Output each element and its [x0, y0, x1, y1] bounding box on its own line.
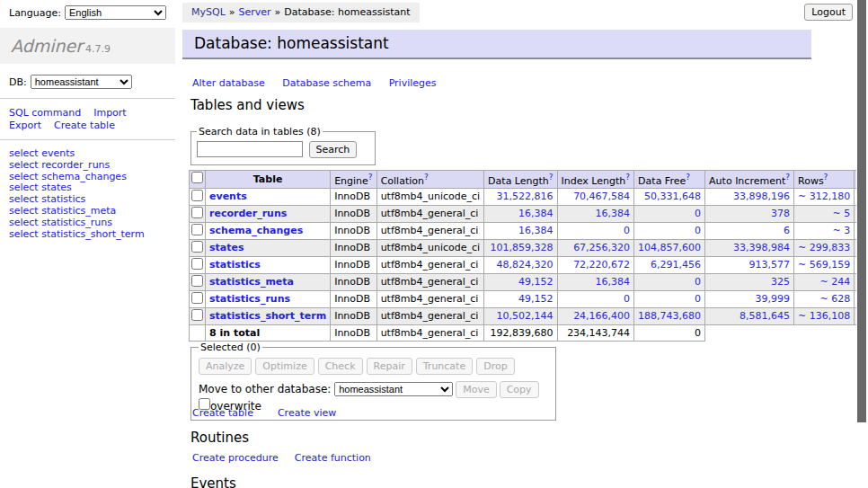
repair-button[interactable]: Repair: [367, 358, 412, 375]
sidebar-export-link[interactable]: Export: [9, 120, 41, 131]
cell-data-length: 16,384: [484, 222, 557, 239]
cell-auto-increment: 378: [705, 205, 794, 222]
row-checkbox[interactable]: [191, 309, 203, 321]
col-header-index-length: Index Length?: [557, 171, 634, 189]
cell-data-free: 50,331,648: [634, 188, 705, 205]
scrollbar-thumb[interactable]: [857, 0, 866, 422]
create-procedure-link[interactable]: Create procedure: [192, 452, 279, 464]
help-icon[interactable]: ?: [368, 173, 373, 182]
row-checkbox[interactable]: [191, 207, 203, 218]
page-title: Database: homeassistant: [182, 30, 811, 59]
row-checkbox[interactable]: [191, 292, 203, 304]
table-link-schema-changes[interactable]: schema_changes: [209, 225, 303, 236]
cell-data-free: 104,857,600: [634, 239, 705, 256]
copy-button[interactable]: Copy: [500, 381, 539, 398]
cell-auto-increment: 325: [705, 273, 794, 290]
help-icon[interactable]: ?: [686, 173, 690, 182]
col-header-collation: Collation?: [376, 171, 483, 189]
language-label: Language:: [9, 7, 61, 19]
row-checkbox[interactable]: [191, 224, 203, 235]
analyze-button[interactable]: Analyze: [199, 358, 252, 375]
sidebar-import-link[interactable]: Import: [93, 107, 127, 119]
help-icon[interactable]: ?: [625, 173, 630, 182]
col-header-table: Table: [206, 171, 331, 189]
table-link-statistics-meta[interactable]: statistics_meta: [209, 276, 294, 288]
sidebar-actions: SQL commandImport ExportCreate table: [0, 99, 175, 140]
help-icon[interactable]: ?: [785, 173, 790, 182]
total-data-free: 0: [634, 324, 705, 341]
sidebar-item-select-events[interactable]: select events: [9, 148, 175, 160]
cell-auto-increment: 33,898,196: [705, 188, 794, 205]
table-row: statistics InnoDB utf8mb4_general_ci 48,…: [190, 256, 868, 273]
table-link-events[interactable]: events: [209, 191, 247, 202]
scrollbar[interactable]: [856, 0, 868, 488]
cell-rows: ~ 569,159: [794, 256, 855, 273]
cell-data-free: 0: [634, 273, 705, 290]
cell-engine: InnoDB: [331, 273, 376, 290]
cell-index-length: 16,384: [557, 273, 634, 290]
table-link-states[interactable]: states: [209, 242, 244, 253]
db-select-row: DB:homeassistant: [0, 64, 175, 99]
total-data-length: 192,839,680: [484, 324, 557, 341]
check-button[interactable]: Check: [318, 358, 363, 375]
table-link-statistics[interactable]: statistics: [209, 259, 261, 271]
move-button[interactable]: Move: [456, 381, 497, 398]
cell-engine: InnoDB: [331, 290, 376, 307]
cell-engine: InnoDB: [331, 256, 376, 273]
search-input[interactable]: [197, 141, 303, 157]
create-view-link[interactable]: Create view: [278, 407, 336, 419]
sidebar-item-select-statistics-runs[interactable]: select statistics_runs: [9, 217, 175, 229]
create-function-link[interactable]: Create function: [295, 452, 371, 464]
language-select[interactable]: English: [65, 5, 166, 20]
breadcrumb-mysql-link[interactable]: MySQL: [191, 6, 226, 18]
cell-collation: utf8mb4_general_ci: [376, 273, 483, 290]
table-link-statistics-short-term[interactable]: statistics_short_term: [209, 310, 326, 322]
cell-auto-increment: 913,577: [705, 256, 794, 273]
help-icon[interactable]: ?: [549, 173, 554, 182]
table-link-statistics-runs[interactable]: statistics_runs: [209, 293, 290, 305]
row-checkbox[interactable]: [191, 241, 203, 253]
logout-button[interactable]: Logout: [804, 4, 853, 21]
cell-engine: InnoDB: [331, 188, 376, 205]
create-table-link[interactable]: Create table: [192, 407, 253, 419]
help-icon[interactable]: ?: [824, 173, 828, 182]
breadcrumb-server-link[interactable]: Server: [239, 6, 271, 18]
sidebar-table-list: select events select recorder_runs selec…: [0, 140, 175, 240]
help-icon[interactable]: ?: [424, 173, 429, 182]
move-database-select[interactable]: homeassistant: [334, 382, 453, 396]
db-select[interactable]: homeassistant: [31, 75, 132, 89]
cell-rows: ~ 244: [794, 273, 855, 290]
brand-bar: Adminer4.7.9: [0, 28, 175, 64]
row-checkbox[interactable]: [191, 275, 203, 287]
drop-button[interactable]: Drop: [476, 358, 514, 375]
sidebar-create-table-link[interactable]: Create table: [54, 120, 115, 131]
table-link-recorder-runs[interactable]: recorder_runs: [209, 208, 287, 219]
cell-engine: InnoDB: [331, 205, 376, 222]
row-checkbox[interactable]: [191, 258, 203, 270]
sidebar: Language:English Adminer4.7.9 DB:homeass…: [0, 0, 175, 240]
alter-database-link[interactable]: Alter database: [192, 77, 265, 89]
cell-data-length: 49,152: [484, 273, 557, 290]
tables-overview-table: Table Engine? Collation? Data Length? In…: [189, 170, 868, 342]
search-button[interactable]: Search: [309, 141, 358, 158]
table-row: schema_changes InnoDB utf8mb4_general_ci…: [190, 222, 868, 239]
cell-rows: ~ 5: [794, 205, 855, 222]
cell-auto-increment: 6: [705, 222, 794, 239]
sidebar-item-select-statistics-meta[interactable]: select statistics_meta: [9, 206, 175, 217]
sidebar-item-select-recorder-runs[interactable]: select recorder_runs: [9, 160, 175, 172]
db-label: DB:: [9, 76, 27, 88]
privileges-link[interactable]: Privileges: [389, 77, 437, 89]
select-all-checkbox[interactable]: [191, 172, 203, 183]
cell-data-free: 0: [634, 290, 705, 307]
optimize-button[interactable]: Optimize: [255, 358, 314, 375]
breadcrumb-separator: »: [275, 6, 281, 18]
col-header-auto-increment: Auto Increment?: [705, 171, 794, 189]
truncate-button[interactable]: Truncate: [416, 358, 473, 375]
row-checkbox[interactable]: [191, 190, 203, 201]
adminer-version: 4.7.9: [85, 43, 111, 55]
cell-rows: ~ 3: [794, 222, 855, 239]
sidebar-sql-command-link[interactable]: SQL command: [9, 107, 81, 119]
sidebar-item-select-statistics-short-term[interactable]: select statistics_short_term: [9, 229, 175, 241]
database-schema-link[interactable]: Database schema: [282, 77, 371, 89]
cell-collation: utf8mb4_general_ci: [376, 256, 483, 273]
